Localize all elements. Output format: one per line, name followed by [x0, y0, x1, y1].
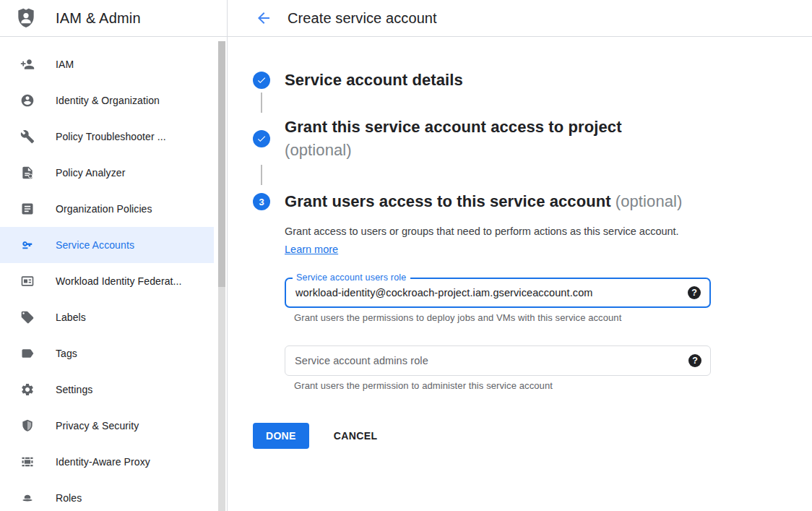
learn-more-link[interactable]: Learn more [285, 244, 338, 255]
done-button[interactable]: DONE [253, 423, 309, 449]
sidebar-header: IAM & Admin [0, 0, 227, 37]
iap-icon [20, 455, 35, 469]
service-account-users-role-input[interactable] [286, 279, 709, 306]
cancel-button[interactable]: CANCEL [329, 429, 382, 442]
workload-identity-card-icon [20, 274, 35, 288]
step-connector [261, 165, 262, 185]
gear-icon [20, 382, 35, 397]
page-title: Create service account [288, 10, 437, 27]
sidebar-item-privacy-security[interactable]: Privacy & Security [0, 408, 214, 444]
sidebar-item-roles[interactable]: Roles [0, 480, 214, 511]
help-icon[interactable]: ? [688, 286, 701, 299]
step-number-badge: 3 [253, 193, 270, 210]
sidebar-item-label: IAM [56, 59, 74, 70]
step-service-account-details[interactable]: Service account details [253, 71, 812, 90]
step-optional-label: (optional) [285, 139, 622, 162]
users-role-field-box: Service account users role ? [285, 278, 711, 308]
sidebar-item-organization-policies[interactable]: Organization Policies [0, 191, 214, 227]
sidebar-nav: IAM Identity & Organization Policy Troub… [0, 37, 227, 511]
users-role-field-group: Service account users role ? Grant users… [285, 278, 711, 323]
sidebar-item-identity-aware-proxy[interactable]: Identity-Aware Proxy [0, 444, 214, 480]
identity-person-icon [20, 93, 35, 108]
sidebar-item-policy-analyzer[interactable]: Policy Analyzer [0, 155, 214, 191]
sidebar-item-label: Workload Identity Federat... [56, 275, 182, 287]
service-account-admins-role-input[interactable] [285, 346, 710, 375]
person-add-icon [20, 57, 35, 72]
app-title: IAM & Admin [56, 10, 141, 27]
sidebar-item-label: Settings [56, 384, 92, 395]
page-header: Create service account [228, 0, 812, 37]
step-title: Grant users access to this service accou… [285, 192, 611, 210]
sidebar-item-label: Identity-Aware Proxy [56, 456, 150, 468]
iam-admin-shield-logo-icon [14, 7, 38, 30]
sidebar-item-label: Identity & Organization [56, 95, 160, 106]
step-complete-check-icon [253, 130, 270, 147]
sidebar-item-label: Privacy & Security [56, 420, 139, 431]
sidebar-scrollbar-thumb[interactable] [218, 41, 225, 287]
label-tag-icon [20, 310, 35, 325]
roles-hat-icon [20, 491, 35, 505]
sidebar: IAM & Admin IAM Identity & Organization … [0, 0, 228, 511]
step-connector [261, 93, 262, 113]
sidebar-scrollbar-track[interactable] [218, 41, 225, 511]
org-policies-doc-icon [20, 202, 35, 216]
sidebar-item-identity-organization[interactable]: Identity & Organization [0, 82, 214, 119]
sidebar-item-label: Labels [56, 312, 86, 323]
help-icon[interactable]: ? [688, 354, 701, 367]
sidebar-item-settings[interactable]: Settings [0, 372, 214, 408]
app-window: IAM & Admin IAM Identity & Organization … [0, 0, 812, 511]
step-description: Grant access to users or groups that nee… [285, 223, 683, 259]
step-title: Grant this service account access to pro… [285, 118, 622, 136]
step-complete-check-icon [253, 72, 270, 89]
admins-role-field-group: ? Grant users the permission to administ… [285, 345, 711, 391]
service-account-key-icon [20, 238, 35, 252]
users-role-helper-text: Grant users the permissions to deploy jo… [294, 312, 711, 323]
create-service-account-form: Service account details Grant this servi… [228, 37, 812, 449]
sidebar-item-service-accounts[interactable]: Service Accounts [0, 227, 214, 263]
policy-analyzer-doc-icon [20, 166, 35, 180]
sidebar-item-label: Tags [56, 348, 77, 359]
admins-role-helper-text: Grant users the permission to administer… [294, 380, 711, 391]
tag-arrow-icon [20, 346, 35, 361]
back-button[interactable] [255, 9, 272, 27]
form-actions: DONE CANCEL [253, 423, 812, 449]
sidebar-item-label: Organization Policies [56, 203, 152, 215]
step-optional-label: (optional) [616, 192, 683, 210]
sidebar-item-label: Policy Analyzer [56, 167, 125, 179]
sidebar-item-label: Service Accounts [56, 239, 134, 251]
main-panel: Create service account Service account d… [228, 0, 812, 511]
admins-role-field-box: ? [285, 345, 711, 376]
sidebar-item-label: Policy Troubleshooter ... [56, 131, 166, 142]
sidebar-item-tags[interactable]: Tags [0, 335, 214, 372]
wrench-icon [20, 129, 35, 144]
step-grant-access-to-project[interactable]: Grant this service account access to pro… [253, 116, 812, 162]
sidebar-item-label: Roles [56, 492, 82, 504]
step-grant-users-access[interactable]: 3 Grant users access to this service acc… [253, 192, 812, 211]
privacy-shield-icon [20, 418, 35, 433]
sidebar-item-policy-troubleshooter[interactable]: Policy Troubleshooter ... [0, 119, 214, 155]
back-arrow-icon [255, 9, 272, 27]
step-title: Service account details [285, 71, 463, 89]
sidebar-item-workload-identity-federation[interactable]: Workload Identity Federat... [0, 263, 214, 299]
sidebar-item-labels[interactable]: Labels [0, 299, 214, 335]
sidebar-item-iam[interactable]: IAM [0, 46, 214, 82]
